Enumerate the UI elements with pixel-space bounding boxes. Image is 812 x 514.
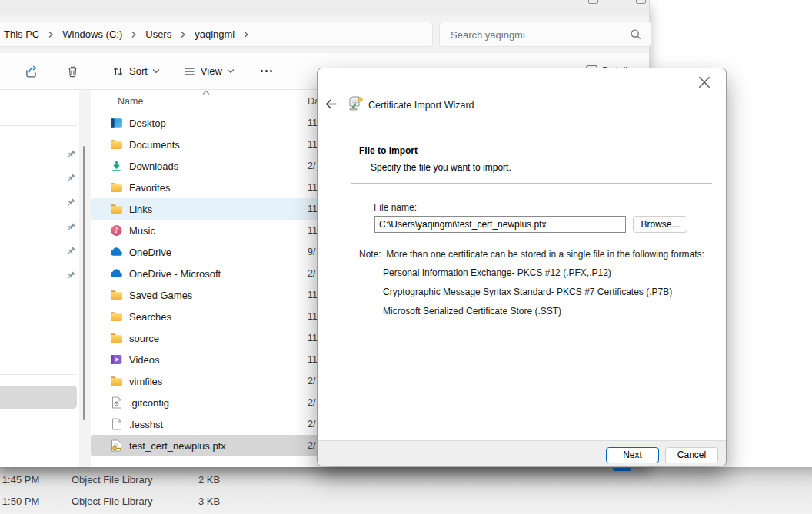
breadcrumb-windows-c[interactable]: Windows (C:) bbox=[58, 26, 127, 42]
download-icon bbox=[110, 160, 123, 172]
dialog-title: Certificate Import Wizard bbox=[368, 100, 474, 111]
scrollbar-track[interactable] bbox=[79, 90, 91, 467]
view-icon bbox=[183, 65, 196, 78]
chevron-right-icon bbox=[243, 31, 249, 38]
delete-icon bbox=[66, 65, 79, 78]
column-header-name[interactable]: Name bbox=[118, 96, 143, 107]
certificate-import-wizard-dialog: Certificate Import Wizard File to Import… bbox=[317, 68, 727, 466]
onedrive-cloud-icon bbox=[110, 246, 123, 258]
sort-icon bbox=[111, 65, 125, 78]
pin-icon[interactable] bbox=[66, 198, 75, 207]
pin-icon[interactable] bbox=[66, 223, 75, 232]
more-button[interactable] bbox=[255, 65, 278, 77]
format-item: Microsoft Serialized Certificate Store (… bbox=[383, 306, 561, 317]
certificate-file-icon bbox=[110, 439, 123, 452]
search-input[interactable] bbox=[451, 27, 620, 42]
pin-icon[interactable] bbox=[66, 271, 75, 280]
view-label: View bbox=[201, 65, 222, 77]
title-bar bbox=[0, 0, 649, 15]
folder-icon bbox=[110, 289, 123, 301]
pin-icon[interactable] bbox=[66, 150, 75, 159]
chevron-down-icon bbox=[152, 68, 160, 74]
videos-icon bbox=[110, 353, 123, 366]
breadcrumb-users[interactable]: Users bbox=[141, 26, 176, 42]
chevron-down-icon bbox=[227, 68, 235, 74]
share-icon bbox=[24, 65, 38, 78]
breadcrumb-this-pc[interactable]: This PC bbox=[0, 26, 44, 42]
scrollbar-thumb[interactable] bbox=[83, 146, 85, 420]
file-type: Object File Library bbox=[72, 496, 152, 507]
chevron-right-icon bbox=[131, 31, 137, 38]
hidden-window-fragment bbox=[613, 468, 631, 471]
navigation-pane bbox=[0, 90, 79, 467]
file-gear-icon bbox=[110, 396, 123, 409]
sort-button[interactable]: Sort bbox=[106, 61, 165, 82]
format-item: Cryptographic Message Syntax Standard- P… bbox=[383, 287, 672, 297]
chevron-right-icon bbox=[48, 31, 54, 38]
onedrive-cloud-icon bbox=[110, 267, 123, 280]
more-icon bbox=[261, 70, 272, 72]
maximize-icon[interactable] bbox=[588, 0, 598, 4]
file-type: Object File Library bbox=[72, 474, 152, 486]
desktop-icon bbox=[110, 117, 123, 129]
search-icon bbox=[630, 28, 642, 41]
dialog-footer: Next Cancel bbox=[318, 440, 726, 466]
file-name-input[interactable] bbox=[374, 216, 626, 233]
file-modified-time: 5 1:50 PM bbox=[0, 496, 39, 507]
pin-icon[interactable] bbox=[66, 174, 75, 183]
table-row[interactable]: 5 1:45 PM Object File Library 2 KB bbox=[0, 472, 384, 489]
format-item: Personal Information Exchange- PKCS #12 … bbox=[383, 267, 611, 278]
divider bbox=[0, 374, 77, 375]
sort-ascending-caret-icon[interactable] bbox=[202, 90, 210, 95]
folder-icon bbox=[110, 375, 123, 387]
address-bar-row: This PC Windows (C:) Users yaqingmi bbox=[0, 15, 649, 53]
file-modified-time: 5 1:45 PM bbox=[0, 474, 39, 486]
back-icon[interactable] bbox=[324, 98, 338, 110]
pin-icon[interactable] bbox=[66, 247, 75, 256]
music-icon bbox=[110, 224, 123, 237]
browse-button[interactable]: Browse... bbox=[633, 216, 687, 233]
folder-icon bbox=[110, 310, 123, 323]
sidebar-item-selected[interactable] bbox=[0, 386, 77, 409]
delete-button[interactable] bbox=[61, 60, 85, 83]
background-window: 5 1:45 PM Object File Library 2 KB 5 1:5… bbox=[0, 467, 812, 514]
folder-icon bbox=[110, 138, 123, 151]
note-text: Note: More than one certificate can be s… bbox=[359, 249, 704, 260]
cancel-button[interactable]: Cancel bbox=[665, 447, 718, 463]
folder-icon bbox=[110, 332, 123, 344]
file-size: 3 KB bbox=[198, 496, 220, 507]
divider bbox=[0, 125, 77, 126]
file-icon bbox=[110, 418, 123, 430]
share-button[interactable] bbox=[18, 60, 44, 83]
divider bbox=[351, 183, 712, 184]
section-subheading: Specify the file you want to import. bbox=[371, 162, 511, 173]
certificate-wizard-icon bbox=[348, 96, 364, 111]
file-size: 2 KB bbox=[198, 474, 220, 486]
file-name-label: File name: bbox=[374, 202, 417, 213]
chevron-right-icon bbox=[180, 31, 186, 38]
close-icon[interactable] bbox=[636, 0, 646, 4]
table-row[interactable]: 5 1:50 PM Object File Library 3 KB bbox=[0, 493, 384, 510]
folder-icon bbox=[110, 203, 123, 215]
breadcrumb-yaqingmi[interactable]: yaqingmi bbox=[190, 26, 239, 42]
next-button[interactable]: Next bbox=[606, 447, 659, 463]
folder-icon bbox=[110, 181, 123, 194]
view-button[interactable]: View bbox=[178, 61, 240, 82]
section-heading: File to Import bbox=[359, 145, 418, 156]
sort-label: Sort bbox=[129, 65, 148, 77]
search-box[interactable] bbox=[439, 22, 652, 47]
breadcrumb: This PC Windows (C:) Users yaqingmi bbox=[0, 22, 433, 47]
close-icon[interactable] bbox=[698, 76, 710, 88]
